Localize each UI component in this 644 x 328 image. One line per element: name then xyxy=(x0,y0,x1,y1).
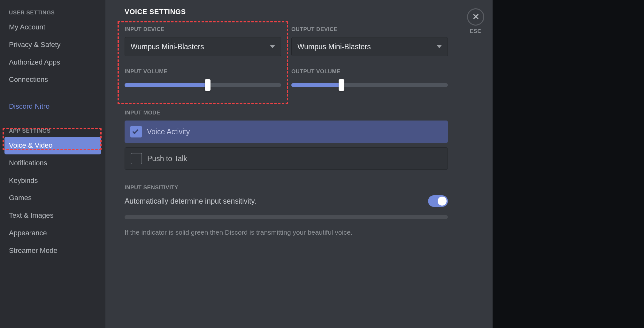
close-button[interactable]: ✕ xyxy=(467,8,484,26)
page-title: VOICE SETTINGS xyxy=(125,8,448,16)
settings-content: VOICE SETTINGS INPUT DEVICE Wumpus Mini-… xyxy=(105,0,493,328)
auto-sensitivity-toggle[interactable] xyxy=(428,195,448,207)
input-mode-label: INPUT MODE xyxy=(125,110,448,116)
output-volume-label: OUTPUT VOLUME xyxy=(291,68,448,75)
chevron-down-icon xyxy=(437,45,442,48)
sidebar-item-privacy-safety[interactable]: Privacy & Safety xyxy=(4,36,101,54)
output-device-value: Wumpus Mini-Blasters xyxy=(297,43,371,51)
auto-sensitivity-desc: Automatically determine input sensitivit… xyxy=(125,197,256,206)
input-volume-label: INPUT VOLUME xyxy=(125,68,281,75)
close-icon: ✕ xyxy=(472,12,479,21)
chevron-down-icon xyxy=(270,45,275,48)
input-volume-slider[interactable] xyxy=(125,79,281,91)
input-mode-push-to-talk-label: Push to Talk xyxy=(147,154,187,163)
toggle-knob xyxy=(438,197,447,206)
sidebar-item-notifications[interactable]: Notifications xyxy=(4,154,101,172)
section-separator xyxy=(125,100,448,100)
esc-label: ESC xyxy=(470,28,481,35)
input-sensitivity-label: INPUT SENSITIVITY xyxy=(125,184,448,191)
sidebar-item-authorized-apps[interactable]: Authorized Apps xyxy=(4,54,101,71)
sidebar-item-voice-video[interactable]: Voice & Video xyxy=(4,137,101,154)
sidebar-separator xyxy=(9,120,96,120)
sidebar-heading-app: APP SETTINGS xyxy=(4,125,101,137)
input-mode-push-to-talk[interactable]: Push to Talk xyxy=(125,147,448,170)
input-device-label: INPUT DEVICE xyxy=(125,26,281,33)
output-device-select[interactable]: Wumpus Mini-Blasters xyxy=(291,37,448,56)
input-mode-voice-activity[interactable]: Voice Activity xyxy=(125,121,448,143)
output-device-label: OUTPUT DEVICE xyxy=(291,26,448,33)
sidebar-item-streamer-mode[interactable]: Streamer Mode xyxy=(4,242,101,260)
sidebar-heading-user: USER SETTINGS xyxy=(4,6,101,19)
settings-sidebar: USER SETTINGS My Account Privacy & Safet… xyxy=(0,0,105,328)
sidebar-item-text-images[interactable]: Text & Images xyxy=(4,207,101,224)
blank-gutter xyxy=(493,0,644,328)
sidebar-item-discord-nitro[interactable]: Discord Nitro xyxy=(4,98,101,115)
checkbox-checked-icon xyxy=(130,126,142,137)
sensitivity-indicator xyxy=(125,215,448,219)
checkbox-unchecked-icon xyxy=(131,153,142,164)
sensitivity-hint: If the indicator is solid green then Dis… xyxy=(125,229,448,236)
sidebar-item-my-account[interactable]: My Account xyxy=(4,19,101,36)
input-device-value: Wumpus Mini-Blasters xyxy=(131,43,204,51)
sidebar-separator xyxy=(9,93,96,93)
sidebar-item-connections[interactable]: Connections xyxy=(4,71,101,89)
sidebar-item-games[interactable]: Games xyxy=(4,189,101,207)
sidebar-item-keybinds[interactable]: Keybinds xyxy=(4,172,101,190)
output-volume-slider[interactable] xyxy=(291,79,448,91)
sidebar-item-appearance[interactable]: Appearance xyxy=(4,224,101,242)
input-device-select[interactable]: Wumpus Mini-Blasters xyxy=(125,37,281,56)
input-mode-voice-activity-label: Voice Activity xyxy=(147,128,190,136)
